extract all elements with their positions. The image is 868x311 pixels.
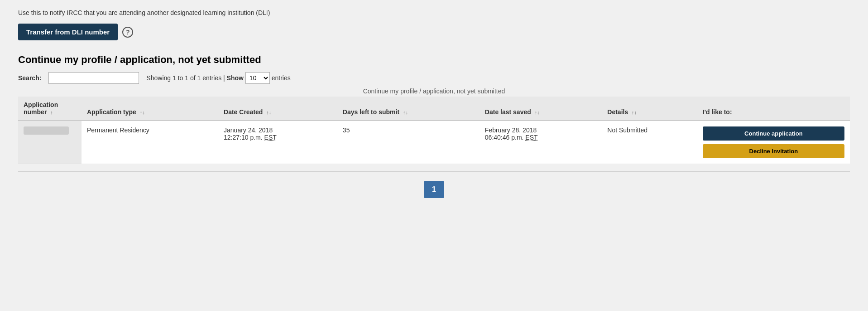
col-date-last-saved[interactable]: Date last saved ↑↓	[480, 97, 602, 121]
days-left-cell: 35	[337, 121, 480, 164]
app-number-redacted	[24, 126, 69, 135]
search-input[interactable]	[48, 72, 139, 84]
sort-date-created-icon[interactable]: ↑↓	[266, 110, 271, 115]
sort-details-icon[interactable]: ↑↓	[632, 110, 637, 115]
actions-cell: Continue application Decline Invitation	[697, 121, 850, 164]
transfer-dli-button[interactable]: Transfer from DLI number	[18, 24, 118, 40]
col-app-type[interactable]: Application type ↑↓	[82, 97, 218, 121]
show-label: Show	[227, 74, 244, 82]
app-type-cell: Permanent Residency	[82, 121, 218, 164]
entries-label: entries	[272, 74, 291, 82]
date-last-saved-tz: EST	[525, 134, 537, 141]
date-last-saved-cell: February 28, 2018 06:40:46 p.m. EST	[480, 121, 602, 164]
app-number-cell	[18, 121, 82, 164]
entries-prefix: Showing	[146, 74, 171, 82]
table-header-row: Application number ↑ Application type ↑↓…	[18, 97, 850, 121]
help-icon[interactable]: ?	[122, 27, 133, 38]
col-days-left[interactable]: Days left to submit ↑↓	[337, 97, 480, 121]
search-label: Search:	[18, 74, 41, 82]
col-date-created[interactable]: Date Created ↑↓	[218, 97, 337, 121]
sort-app-type-icon[interactable]: ↑↓	[140, 110, 145, 115]
entries-to: 1	[185, 74, 188, 82]
date-created-tz: EST	[264, 134, 277, 141]
table-caption: Continue my profile / application, not y…	[18, 87, 850, 95]
pagination: 1	[18, 181, 850, 198]
top-notice: Use this to notify IRCC that you are att…	[18, 9, 850, 16]
col-details[interactable]: Details ↑↓	[602, 97, 697, 121]
col-app-number[interactable]: Application number ↑	[18, 97, 82, 121]
sort-days-left-icon[interactable]: ↑↓	[403, 110, 408, 115]
col-actions: I'd like to:	[697, 97, 850, 121]
page-1-button[interactable]: 1	[424, 181, 444, 198]
transfer-section: Transfer from DLI number ?	[18, 24, 850, 40]
applications-table: Application number ↑ Application type ↑↓…	[18, 97, 850, 164]
date-created-cell: January 24, 2018 12:27:10 p.m. EST	[218, 121, 337, 164]
section-title: Continue my profile / application, not y…	[18, 54, 850, 66]
details-cell: Not Submitted	[602, 121, 697, 164]
decline-invitation-button[interactable]: Decline Invitation	[703, 144, 844, 158]
entries-info: Showing 1 to 1 of 1 entries | Show 10 25…	[146, 72, 290, 84]
table-divider	[18, 171, 850, 172]
controls-row: Search: Showing 1 to 1 of 1 entries | Sh…	[18, 72, 850, 84]
continue-application-button[interactable]: Continue application	[703, 126, 844, 141]
action-buttons: Continue application Decline Invitation	[703, 126, 844, 158]
entries-total: 1	[197, 74, 201, 82]
table-row: Permanent Residency January 24, 2018 12:…	[18, 121, 850, 164]
sort-app-number-icon[interactable]: ↑	[50, 110, 53, 115]
show-entries-select[interactable]: 10 25 50 100	[245, 72, 270, 84]
entries-from: 1	[173, 74, 176, 82]
sort-date-last-saved-icon[interactable]: ↑↓	[535, 110, 540, 115]
